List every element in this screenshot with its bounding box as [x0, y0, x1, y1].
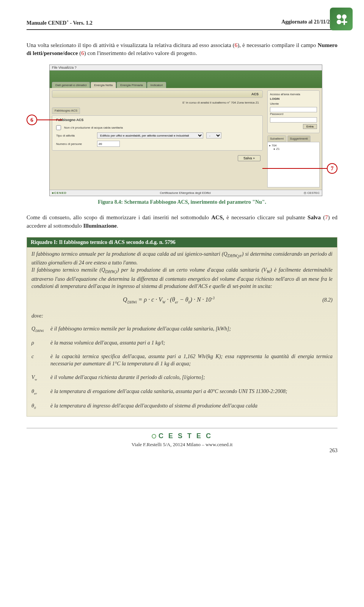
no-acs-checkbox[interactable] [56, 125, 61, 130]
equation-8-2: QDHWi = ρ · c · VW · (θer − θ0) · N · 10… [31, 296, 306, 305]
page-number: 263 [329, 448, 337, 454]
svg-point-0 [337, 14, 341, 19]
login-panel: Accesso all'area riservata LOGIN Utente … [267, 90, 320, 133]
header-rule [27, 29, 337, 30]
def-rho: ρ è la massa volumica dell'acqua, assunt… [31, 336, 333, 350]
callout-7: 7 [327, 163, 337, 174]
brand-logo [330, 8, 353, 30]
riquadro-i: Riquadro I: Il fabbisogno termico di ACS… [27, 237, 337, 417]
entra-button[interactable]: Entra [303, 124, 317, 129]
def-theta-0: θ0 è la temperatura di ingresso dell'acq… [31, 399, 333, 413]
cestec-logo: C E S T E C [152, 432, 212, 440]
numero-persone-label: Numero di persone [56, 142, 94, 146]
callout-7-line [262, 168, 327, 169]
panel-title: Fabbisogno ACS [56, 118, 259, 122]
doc-date: Aggiornato al 21/11/2011 [281, 19, 337, 25]
paragraph-1: Una volta selezionato il tipo di attivit… [27, 41, 337, 58]
password-input[interactable] [270, 117, 317, 123]
app-menubar[interactable]: File Visualizza ? [50, 65, 322, 71]
tab-dati-generali[interactable]: Dati generali e climatici [52, 82, 90, 88]
footer-center-text: Certificazione ENergetica degli EDifici [160, 191, 210, 195]
def-c: c è la capacità termica specifica dell'a… [31, 350, 333, 371]
tipo-attivita-label: Tipo di attività [56, 134, 94, 137]
tab-energia-netta[interactable]: Energia Netta [91, 82, 116, 88]
tab-energia-primaria[interactable]: Energia Primaria [117, 82, 146, 88]
def-theta-er: θer è la temperatura di erogazione dell'… [31, 385, 333, 399]
app-screenshot: File Visualizza ? Dati generali e climat… [49, 64, 322, 196]
callout-6: 6 [27, 115, 37, 125]
svg-point-2 [337, 20, 341, 24]
salva-button[interactable]: Salva » [238, 155, 260, 161]
footer-cened-logo: ■CENED [52, 191, 67, 195]
left-subtab[interactable]: Fabbisogno ACS [52, 107, 80, 114]
sidetab-subalterni[interactable]: Subalterni [267, 135, 286, 142]
def-q-dhwi: QDHWi è il fabbisogno termico mensile pe… [31, 322, 333, 336]
fabbisogno-panel: Fabbisogno ACS Non c'è produzione di acq… [52, 115, 263, 151]
def-vw: Vw è il volume dell'acqua richiesta dura… [31, 371, 333, 385]
status-line: E' in corso di analisi il subalterno n° … [52, 99, 263, 106]
numero-persone-input[interactable] [97, 141, 120, 147]
tipo-attivita-select2[interactable]: - [206, 132, 221, 138]
acs-header: ACS [52, 90, 263, 98]
paragraph-2: Come di consueto, allo scopo di memorizz… [27, 214, 337, 230]
equation-number: (8.2) [306, 296, 333, 304]
doc-title: Manuale CENED+ - Vers. 1.2 [27, 19, 93, 26]
app-header-bar: Dati generali e climatici Energia Netta … [50, 71, 322, 88]
no-acs-label: Non c'è produzione di acqua calda sanita… [64, 126, 123, 129]
figure-caption: Figura 8.4: Schermata Fabbisogno ACS, in… [27, 199, 337, 205]
sidetab-suggerimenti[interactable]: Suggerimenti [287, 135, 311, 142]
riquadro-header: Riquadro I: Il fabbisogno termico di ACS… [27, 237, 337, 247]
footer-cestec: ◎ CESTEC [304, 191, 320, 195]
callout-6-line [37, 120, 62, 120]
tab-indicatori[interactable]: Indicatori [147, 82, 166, 88]
svg-point-1 [342, 14, 347, 19]
figure-8-4: 6 7 File Visualizza ? Dati generali e cl… [27, 64, 337, 196]
utente-input[interactable] [270, 107, 317, 112]
subalterni-tree[interactable]: ▸ 704 ▸ Z1 [267, 142, 320, 187]
dove-label: dove: [31, 312, 333, 320]
tipo-attivita-select[interactable]: Edificio per uffici e assimilabili, per … [97, 132, 203, 138]
footer-address: Viale F.Restelli 5/A, 20124 Milano – www… [132, 442, 233, 448]
